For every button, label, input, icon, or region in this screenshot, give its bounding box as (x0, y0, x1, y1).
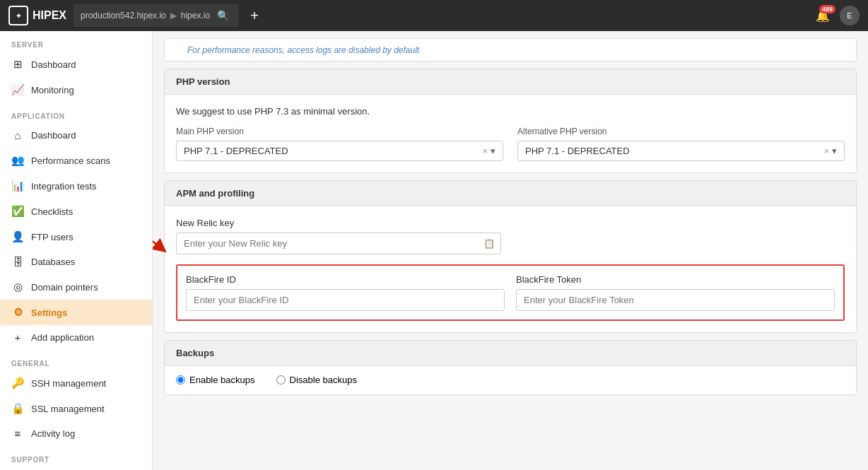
notification-badge: 489 (819, 5, 835, 13)
alt-php-value: PHP 7.1 - DEPRECATED (525, 146, 630, 156)
blackfire-token-input[interactable] (516, 289, 835, 311)
ssh-icon: 🔑 (11, 377, 24, 389)
blackfire-token-label: BlackFire Token (516, 274, 835, 285)
sidebar-label-ssl-management: SSL management (31, 404, 105, 414)
logo-icon: ✦ (8, 6, 28, 25)
logo: ✦ HIPEX (8, 6, 66, 25)
domain-pointers-icon: ◎ (11, 281, 24, 293)
sidebar-item-add-application[interactable]: + Add application (0, 325, 152, 350)
blackfire-id-input[interactable] (186, 289, 505, 311)
add-button[interactable]: + (246, 6, 263, 25)
breadcrumb-arrow: ▶ (170, 11, 177, 20)
databases-icon: 🗄 (11, 256, 24, 268)
sidebar-label-dashboard-app: Dashboard (31, 130, 76, 141)
sidebar-label-activity-log: Activity log (31, 428, 75, 439)
breadcrumb-app: hipex.io (181, 11, 210, 20)
main-php-col: Main PHP version PHP 7.1 - DEPRECATED × … (176, 127, 503, 161)
sidebar-item-domain-pointers[interactable]: ◎ Domain pointers (0, 274, 152, 300)
sidebar-item-ssl-management[interactable]: 🔒 SSL management (0, 396, 152, 421)
disable-backups-option[interactable]: Disable backups (276, 375, 357, 385)
blackfire-row: BlackFire ID BlackFire Token (176, 264, 845, 321)
enable-backups-option[interactable]: Enable backups (176, 375, 255, 385)
new-relic-input-wrapper[interactable]: 📋 (176, 233, 501, 254)
notifications-button[interactable]: 🔔 489 (813, 6, 833, 25)
ftp-users-icon: 👤 (11, 230, 24, 243)
sidebar-item-integration-tests[interactable]: 📊 Integration tests (0, 173, 152, 199)
sidebar-label-ftp-users: FTP users (31, 232, 74, 242)
breadcrumb-site: production542.hipex.io (81, 11, 166, 20)
sidebar-item-activity-log[interactable]: ≡ Activity log (0, 421, 152, 446)
alt-php-label: Alternative PHP version (517, 127, 845, 136)
sidebar-label-settings: Settings (31, 307, 67, 318)
access-logs-notice: For performance reasons, access logs are… (176, 40, 430, 61)
sidebar: SERVER ⊞ Dashboard 📈 Monitoring APPLICAT… (0, 31, 153, 470)
caret-alt-php-icon: ▾ (832, 146, 837, 156)
search-button[interactable]: 🔍 (214, 7, 232, 24)
new-relic-input[interactable] (177, 233, 478, 254)
clear-alt-php-icon[interactable]: × (823, 146, 829, 156)
integration-tests-icon: 📊 (11, 180, 24, 192)
backups-body: Enable backups Disable backups (165, 366, 856, 394)
blackfire-id-col: BlackFire ID (186, 274, 505, 311)
sidebar-label-integration-tests: Integration tests (31, 181, 97, 192)
sidebar-section-application: APPLICATION (0, 102, 152, 123)
sidebar-item-dashboard-app[interactable]: ⌂ Dashboard (0, 123, 152, 148)
enable-backups-radio[interactable] (176, 375, 185, 384)
sidebar-label-add-application: Add application (31, 332, 94, 343)
caret-main-php-icon: ▾ (491, 146, 495, 156)
logo-text: HIPEX (33, 9, 66, 22)
sidebar-label-ssh-management: SSH management (31, 378, 106, 389)
alt-php-col: Alternative PHP version PHP 7.1 - DEPREC… (517, 127, 845, 161)
breadcrumb[interactable]: production542.hipex.io ▶ hipex.io 🔍 (74, 4, 239, 27)
apm-section: APM and profiling New Relic key 📋 BlackF… (164, 180, 857, 333)
sidebar-label-databases: Databases (31, 257, 75, 267)
php-version-section: PHP version We suggest to use PHP 7.3 as… (164, 69, 857, 173)
apm-body: New Relic key 📋 BlackFire ID BlackFire T… (165, 206, 856, 332)
monitoring-icon: 📈 (11, 83, 24, 96)
sidebar-item-checklists[interactable]: ✅ Checklists (0, 199, 152, 224)
sidebar-item-settings[interactable]: ⚙ Settings (0, 300, 152, 325)
sidebar-item-dashboard-server[interactable]: ⊞ Dashboard (0, 52, 152, 77)
disable-backups-radio[interactable] (276, 375, 286, 384)
backups-section: Backups Enable backups Disable backups (164, 340, 857, 395)
performance-scans-icon: 👥 (11, 154, 24, 167)
backups-header: Backups (165, 341, 856, 366)
alt-php-select[interactable]: PHP 7.1 - DEPRECATED × ▾ (517, 141, 845, 161)
sidebar-item-ftp-users[interactable]: 👤 FTP users (0, 224, 152, 249)
clear-main-php-icon[interactable]: × (482, 146, 488, 156)
sidebar-item-performance-scans[interactable]: 👥 Performance scans (0, 148, 152, 173)
sidebar-section-server: SERVER (0, 31, 152, 52)
main-content: For performance reasons, access logs are… (153, 31, 868, 470)
enable-backups-label: Enable backups (189, 375, 255, 385)
dashboard-app-icon: ⌂ (11, 129, 24, 141)
blackfire-token-col: BlackFire Token (516, 274, 835, 311)
blackfire-id-label: BlackFire ID (186, 274, 505, 285)
new-relic-label: New Relic key (176, 218, 845, 228)
sidebar-label-dashboard-server: Dashboard (31, 59, 76, 70)
sidebar-label-monitoring: Monitoring (31, 85, 74, 95)
main-php-label: Main PHP version (176, 127, 503, 136)
dashboard-server-icon: ⊞ (11, 58, 24, 71)
avatar[interactable]: E (840, 6, 860, 25)
main-php-select[interactable]: PHP 7.1 - DEPRECATED × ▾ (176, 141, 503, 161)
sidebar-label-performance-scans: Performance scans (31, 155, 110, 166)
php-suggest-text: We suggest to use PHP 7.3 as minimal ver… (176, 106, 845, 117)
new-relic-field-group: New Relic key 📋 (176, 218, 845, 254)
sidebar-item-ssh-management[interactable]: 🔑 SSH management (0, 370, 152, 396)
sidebar-item-databases[interactable]: 🗄 Databases (0, 249, 152, 274)
ssl-icon: 🔒 (11, 402, 24, 415)
activity-log-icon: ≡ (11, 428, 24, 440)
access-logs-block: For performance reasons, access logs are… (164, 38, 857, 61)
sidebar-item-monitoring[interactable]: 📈 Monitoring (0, 77, 152, 102)
sidebar-section-general: GENERAL (0, 350, 152, 370)
php-version-body: We suggest to use PHP 7.3 as minimal ver… (165, 95, 856, 172)
disable-backups-label: Disable backups (290, 375, 357, 385)
top-navigation: ✦ HIPEX production542.hipex.io ▶ hipex.i… (0, 0, 868, 31)
add-application-icon: + (11, 331, 24, 343)
clipboard-icon: 📋 (478, 233, 500, 254)
sidebar-label-checklists: Checklists (31, 206, 73, 217)
settings-icon: ⚙ (11, 306, 24, 319)
sidebar-section-support: SUPPORT (0, 446, 152, 466)
php-selects-row: Main PHP version PHP 7.1 - DEPRECATED × … (176, 127, 845, 161)
checklists-icon: ✅ (11, 205, 24, 218)
